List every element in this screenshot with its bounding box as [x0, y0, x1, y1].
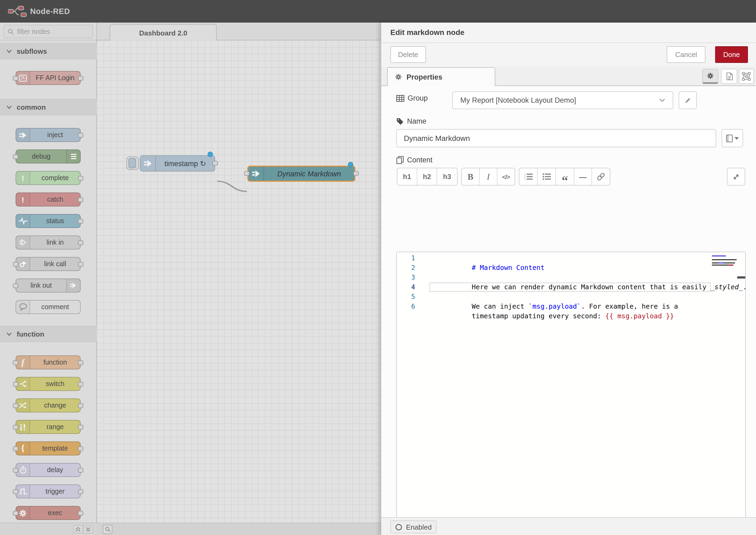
- ordered-list-button[interactable]: 1 2 3: [519, 168, 538, 185]
- bold-button[interactable]: B: [462, 168, 480, 185]
- line-number: 3: [397, 273, 418, 282]
- description-view-button[interactable]: [721, 69, 737, 84]
- palette-node-link-in[interactable]: link in: [15, 236, 81, 249]
- port: [78, 133, 83, 138]
- horizontal-rule-button[interactable]: —: [574, 168, 592, 185]
- canvas-grid[interactable]: timestamp ↻ Dynamic Markdown: [97, 40, 381, 522]
- palette-node-catch[interactable]: ! catch: [15, 192, 81, 207]
- palette-search[interactable]: filter nodes: [0, 23, 96, 40]
- h2-button[interactable]: h2: [417, 168, 437, 185]
- code-line-3: Here we can render dynamic Markdown cont…: [431, 273, 746, 282]
- input-port[interactable]: [244, 171, 249, 176]
- link-out-icon: [66, 279, 80, 292]
- name-input[interactable]: [396, 129, 716, 147]
- palette-node-change[interactable]: change: [15, 398, 81, 412]
- palette-section-common[interactable]: common: [0, 99, 97, 115]
- palette-node-status[interactable]: status: [15, 214, 81, 228]
- pencil-icon: [684, 97, 691, 104]
- port: [13, 283, 18, 288]
- port: [78, 360, 83, 365]
- code-button[interactable]: </>: [497, 168, 515, 185]
- port: [78, 219, 83, 224]
- line-number: 5: [397, 292, 418, 302]
- palette-node-link-call[interactable]: link call: [15, 257, 81, 271]
- palette-node-exec[interactable]: exec: [15, 506, 81, 520]
- divider: [381, 42, 756, 43]
- port: [78, 176, 83, 181]
- palette-section-subflows[interactable]: subflows: [0, 43, 97, 59]
- palette-node-link-out[interactable]: link out: [15, 278, 81, 293]
- delete-button[interactable]: Delete: [390, 46, 426, 63]
- inject-icon: [16, 128, 30, 141]
- flow-canvas[interactable]: Dashboard 2.0 timestamp ↻: [97, 23, 381, 522]
- enabled-toggle-button[interactable]: Enabled: [390, 521, 436, 533]
- port: [78, 425, 83, 430]
- tray-title: Edit markdown node: [390, 23, 464, 42]
- pulse-icon: [16, 214, 30, 227]
- palette-node-switch[interactable]: switch: [15, 377, 81, 391]
- caret-down-icon: [735, 137, 739, 140]
- output-port[interactable]: [212, 161, 218, 166]
- palette-node-template[interactable]: { template: [15, 441, 81, 455]
- blockquote-button[interactable]: “: [556, 168, 574, 185]
- palette-section-function[interactable]: function: [0, 326, 97, 342]
- port: [13, 468, 18, 473]
- expand-all-button[interactable]: [83, 525, 93, 533]
- app-title: Node-RED: [30, 0, 70, 23]
- port: [13, 360, 18, 365]
- output-port[interactable]: [353, 171, 359, 176]
- chevron-down-icon: [7, 49, 12, 53]
- chevron-down-icon: [7, 105, 12, 109]
- search-flows-button[interactable]: [103, 525, 112, 534]
- port: [78, 403, 83, 408]
- inject-icon: [140, 156, 156, 171]
- done-button[interactable]: Done: [715, 46, 748, 63]
- palette-node-delay[interactable]: delay: [15, 463, 81, 477]
- copy-icon: [396, 156, 404, 164]
- screenshot-stage: Node-RED filter nodes subflows: [0, 0, 756, 535]
- line-number: 6: [397, 302, 418, 311]
- palette-node-range[interactable]: range: [15, 420, 81, 434]
- italic-button[interactable]: I: [480, 168, 497, 185]
- tab-properties[interactable]: Properties: [387, 67, 495, 86]
- cancel-button[interactable]: Cancel: [667, 46, 706, 63]
- h3-button[interactable]: h3: [437, 168, 457, 185]
- tab-dashboard-2.0[interactable]: Dashboard 2.0: [110, 24, 217, 41]
- exclamation-icon: !: [16, 172, 30, 184]
- label-options-button[interactable]: [722, 129, 743, 147]
- properties-view-button[interactable]: [702, 69, 718, 84]
- inject-button[interactable]: [126, 156, 139, 170]
- group-select[interactable]: My Report [Notebook Layout Demo]: [452, 91, 673, 109]
- comment-icon: [16, 300, 30, 314]
- h1-button[interactable]: h1: [397, 168, 417, 185]
- palette-node-function[interactable]: f function: [15, 355, 81, 369]
- flow-node-timestamp[interactable]: timestamp ↻: [140, 155, 215, 172]
- port: [13, 403, 18, 408]
- collapse-all-button[interactable]: [73, 525, 83, 533]
- link-button[interactable]: [592, 168, 610, 185]
- palette-node-inject[interactable]: inject: [15, 128, 81, 142]
- exclamation-icon: !: [16, 193, 30, 206]
- edit-group-button[interactable]: [679, 91, 697, 109]
- palette-node-trigger[interactable]: trigger: [15, 485, 81, 498]
- palette-node-complete[interactable]: ! complete: [15, 171, 81, 185]
- tag-icon: [396, 118, 404, 125]
- flow-node-dynamic-markdown[interactable]: Dynamic Markdown: [247, 166, 355, 182]
- appearance-view-button[interactable]: [739, 69, 754, 84]
- link-in-icon: [16, 236, 30, 249]
- port: [13, 446, 18, 451]
- expand-editor-button[interactable]: [727, 168, 745, 185]
- document-icon: [725, 72, 733, 81]
- port: [78, 197, 83, 202]
- unordered-list-button[interactable]: [538, 168, 556, 185]
- palette-node-ff-api-login[interactable]: FF API Login: [15, 71, 81, 85]
- search-icon: [104, 526, 110, 532]
- node-palette: filter nodes subflows FF API Login commo…: [0, 23, 97, 522]
- code-line-1: # Markdown Content: [431, 253, 545, 263]
- palette-node-comment[interactable]: comment: [15, 300, 81, 314]
- search-icon: [8, 28, 14, 35]
- palette-node-debug[interactable]: debug: [15, 150, 81, 163]
- svg-text:3: 3: [524, 178, 525, 180]
- markdown-code-editor[interactable]: 1 2 3 4 5 6 # Markdown Content Here we c…: [396, 252, 746, 535]
- content-label: Content: [396, 156, 433, 164]
